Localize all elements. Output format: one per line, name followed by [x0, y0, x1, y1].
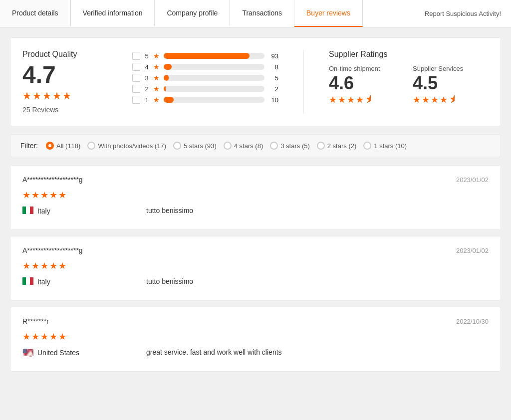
review-header: R*******r2022/10/30: [22, 317, 489, 325]
bar-track: [164, 53, 264, 59]
radio-2stars[interactable]: [317, 142, 325, 150]
bar-fill: [164, 97, 174, 103]
sr-grid: On-time shipment4.6★★★★⯨Supplier Service…: [329, 65, 489, 105]
bar-star-icon: ★: [153, 63, 160, 71]
bar-checkbox-3stars[interactable]: [132, 74, 140, 82]
review-star: ★: [49, 260, 57, 271]
page-wrapper: Product details Verified information Com…: [0, 0, 511, 420]
filter-label-3stars: 3 stars (5): [280, 142, 310, 150]
review-star: ★: [22, 260, 30, 271]
star-2: ★: [32, 90, 41, 102]
tab-buyer-reviews[interactable]: Buyer reviews: [294, 0, 363, 27]
report-suspicious-button[interactable]: Report Suspicious Activity!: [415, 0, 511, 27]
pq-title: Product Quality: [22, 50, 112, 59]
review-body: Italytutto benissimo: [22, 277, 489, 290]
sr-star-icon: ★: [413, 94, 421, 105]
sr-star-icon: ★: [329, 94, 337, 105]
tab-company-profile[interactable]: Company profile: [155, 0, 230, 27]
filter-label-4stars: 4 stars (8): [234, 142, 263, 150]
bar-star-number: 5: [144, 52, 149, 60]
review-stars: ★★★★★: [22, 260, 489, 271]
bar-checkbox-2stars[interactable]: [132, 85, 140, 93]
sr-item-stars: ★★★★⯨: [329, 94, 405, 105]
sr-item-label: Supplier Services: [413, 65, 489, 72]
section-divider: [303, 50, 304, 114]
svg-rect-0: [22, 207, 26, 214]
bar-star-icon: ★: [153, 96, 160, 104]
bar-fill: [164, 53, 250, 59]
svg-rect-1: [26, 207, 30, 214]
bar-star-number: 3: [144, 74, 149, 82]
italy-flag-icon: [22, 207, 33, 215]
bar-track: [164, 86, 264, 92]
bar-checkbox-4stars[interactable]: [132, 63, 140, 71]
review-card: A*******************g2023/01/02★★★★★Ital…: [10, 165, 501, 230]
bar-count: 8: [268, 63, 278, 71]
review-star: ★: [31, 260, 39, 271]
bar-star-icon: ★: [153, 85, 160, 93]
tab-verified-information[interactable]: Verified information: [71, 0, 155, 27]
filter-option-photos[interactable]: With photos/videos (17): [87, 142, 166, 150]
sr-item-label: On-time shipment: [329, 65, 405, 72]
radio-4stars[interactable]: [224, 142, 232, 150]
pq-stars: ★ ★ ★ ★ ★: [22, 90, 112, 102]
tab-transactions[interactable]: Transactions: [230, 0, 294, 27]
bar-star-number: 2: [144, 85, 149, 93]
bar-star-number: 1: [144, 96, 149, 104]
svg-rect-4: [26, 277, 30, 285]
tab-bar: Product details Verified information Com…: [0, 0, 511, 27]
review-star: ★: [49, 331, 57, 342]
filter-option-2stars[interactable]: 2 stars (2): [317, 142, 357, 150]
filter-bar: Filter: All (118)With photos/videos (17)…: [10, 134, 501, 157]
sr-item-0: On-time shipment4.6★★★★⯨: [329, 65, 405, 105]
radio-1stars[interactable]: [363, 142, 371, 150]
bar-checkbox-5stars[interactable]: [132, 52, 140, 60]
review-date: 2023/01/02: [456, 247, 489, 254]
review-star: ★: [58, 260, 66, 271]
radio-photos[interactable]: [87, 142, 95, 150]
filter-option-3stars[interactable]: 3 stars (5): [270, 142, 310, 150]
bar-row-2stars: 2★2: [132, 85, 278, 93]
bar-star-icon: ★: [153, 74, 160, 82]
filter-label-photos: With photos/videos (17): [98, 142, 166, 150]
radio-3stars[interactable]: [270, 142, 278, 150]
pq-score: 4.7: [22, 63, 112, 87]
tab-product-details[interactable]: Product details: [0, 0, 71, 27]
radio-5stars[interactable]: [173, 142, 181, 150]
sr-title: Supplier Ratings: [329, 50, 489, 59]
sr-star-icon: ⯨: [449, 94, 458, 105]
country-name: Italy: [37, 207, 50, 215]
bar-checkbox-1stars[interactable]: [132, 96, 140, 104]
sr-star-icon: ★: [356, 94, 364, 105]
reviewer-name: A*******************g: [22, 176, 83, 184]
bar-count: 5: [268, 74, 278, 82]
country-name: United States: [37, 349, 79, 357]
bar-row-5stars: 5★93: [132, 52, 278, 60]
filter-label: Filter:: [20, 142, 38, 150]
sr-star-icon: ★: [338, 94, 346, 105]
bar-count: 93: [268, 52, 278, 60]
sr-star-icon: ★: [347, 94, 355, 105]
filter-label-2stars: 2 stars (2): [327, 142, 357, 150]
filter-option-4stars[interactable]: 4 stars (8): [224, 142, 263, 150]
star-1: ★: [22, 90, 31, 102]
bar-track: [164, 64, 264, 70]
reviews-container: A*******************g2023/01/02★★★★★Ital…: [10, 165, 501, 372]
rating-bar-chart: 5★934★83★52★21★10: [132, 50, 278, 114]
sr-star-icon: ★: [440, 94, 448, 105]
filter-option-5stars[interactable]: 5 stars (93): [173, 142, 217, 150]
bar-count: 2: [268, 85, 278, 93]
review-header: A*******************g2023/01/02: [22, 176, 489, 184]
us-flag-icon: 🇺🇸: [22, 348, 33, 357]
review-country: Italy: [22, 277, 142, 286]
review-star: ★: [31, 331, 39, 342]
bar-star-number: 4: [144, 63, 149, 71]
filter-options: All (118)With photos/videos (17)5 stars …: [46, 142, 407, 150]
review-country: 🇺🇸United States: [22, 348, 142, 357]
filter-option-all[interactable]: All (118): [46, 142, 80, 150]
filter-option-1stars[interactable]: 1 stars (10): [363, 142, 407, 150]
review-text: tutto benissimo: [146, 207, 489, 219]
review-stars: ★★★★★: [22, 190, 489, 201]
radio-all[interactable]: [46, 142, 54, 150]
product-quality-section: Product Quality 4.7 ★ ★ ★ ★ ★ 25 Reviews: [22, 50, 112, 114]
